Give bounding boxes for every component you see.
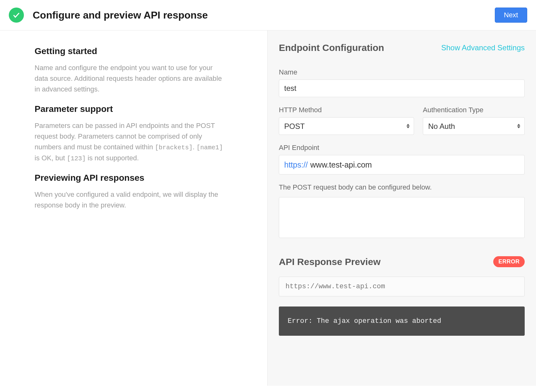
parameter-suffix-text: is not supported. [86,154,139,162]
api-endpoint-input[interactable] [310,160,519,169]
auth-type-label: Authentication Type [423,106,525,114]
parameter-support-heading: Parameter support [35,104,233,114]
post-body-help-text: The POST request body can be configured … [279,183,525,191]
previewing-body: When you've configured a valid endpoint,… [35,189,226,211]
parameter-code-123: [123] [67,155,86,162]
getting-started-heading: Getting started [35,46,233,56]
error-badge: ERROR [493,256,525,267]
page-title: Configure and preview API response [33,9,208,21]
name-label: Name [279,68,525,76]
previewing-heading: Previewing API responses [35,173,233,183]
http-method-label: HTTP Method [279,106,414,114]
api-endpoint-label: API Endpoint [279,144,525,152]
post-body-textarea[interactable] [279,197,525,238]
next-button[interactable]: Next [495,8,527,23]
page-header: Configure and preview API response Next [0,0,536,30]
http-method-select[interactable]: POST [279,117,414,135]
endpoint-protocol-prefix: https:// [284,160,308,169]
endpoint-config-title: Endpoint Configuration [279,42,384,53]
parameter-code-brackets: [brackets] [155,144,193,151]
instructions-panel: Getting started Name and configure the e… [0,30,267,386]
config-panel: Endpoint Configuration Show Advanced Set… [267,30,536,386]
show-advanced-settings-link[interactable]: Show Advanced Settings [441,43,525,52]
api-endpoint-input-wrap[interactable]: https:// [279,155,525,174]
getting-started-body: Name and configure the endpoint you want… [35,63,226,95]
name-input[interactable] [279,80,525,97]
preview-request-url: https://www.test-api.com [279,277,525,296]
parameter-support-body: Parameters can be passed in API endpoint… [35,120,226,163]
preview-error-message: Error: The ajax operation was aborted [279,306,525,336]
parameter-code-name1: [name1] [196,144,223,151]
parameter-mid1-text: . [193,143,196,151]
checkmark-icon [9,8,24,23]
parameter-mid2-text: is OK, but [35,154,67,162]
auth-type-select[interactable]: No Auth [423,117,525,135]
api-response-preview-title: API Response Preview [279,257,380,267]
